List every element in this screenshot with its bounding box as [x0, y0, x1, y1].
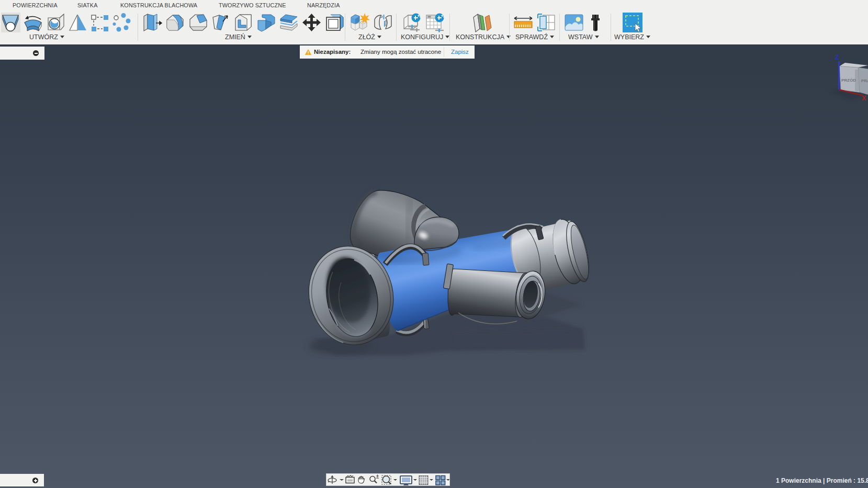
svg-text:X: X — [862, 95, 866, 102]
svg-text:Z: Z — [835, 54, 839, 61]
svg-text:PRZÓD: PRZÓD — [841, 78, 856, 83]
svg-text:PRA: PRA — [861, 78, 868, 83]
